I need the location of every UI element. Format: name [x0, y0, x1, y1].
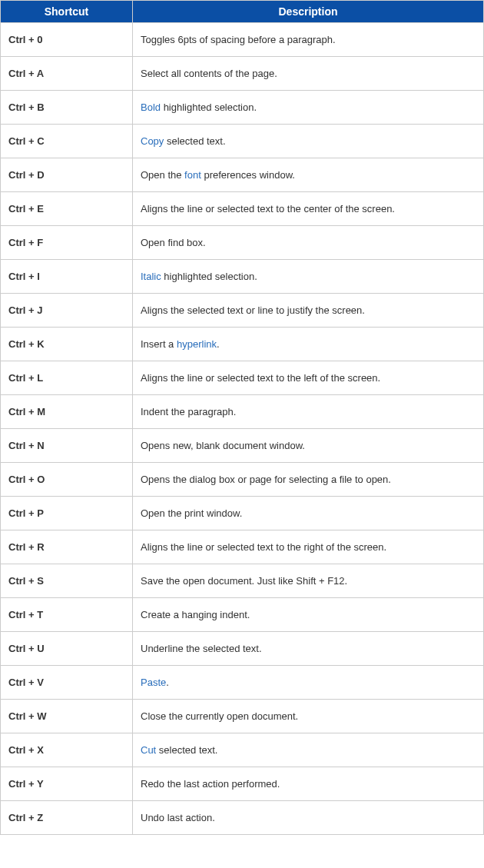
description-cell: Aligns the line or selected text to the … [133, 530, 484, 564]
table-row: Ctrl + OOpens the dialog box or page for… [1, 463, 484, 497]
description-cell: Aligns the line or selected text to the … [133, 361, 484, 395]
table-row: Ctrl + ZUndo last action. [1, 801, 484, 835]
description-cell: Insert a hyperlink. [133, 328, 484, 361]
shortcut-cell: Ctrl + 0 [1, 23, 133, 57]
header-description: Description [133, 1, 484, 23]
shortcuts-table: Shortcut Description Ctrl + 0Toggles 6pt… [0, 0, 484, 835]
table-row: Ctrl + IItalic highlighted selection. [1, 260, 484, 294]
shortcut-cell: Ctrl + I [1, 260, 133, 294]
description-text: Open the print window. [141, 507, 242, 519]
table-row: Ctrl + XCut selected text. [1, 733, 484, 767]
table-row: Ctrl + KInsert a hyperlink. [1, 328, 484, 361]
table-row: Ctrl + BBold highlighted selection. [1, 91, 484, 125]
table-row: Ctrl + ASelect all contents of the page. [1, 57, 484, 91]
description-cell: Paste. [133, 666, 484, 700]
description-link[interactable]: font [184, 169, 201, 181]
shortcut-cell: Ctrl + A [1, 57, 133, 91]
description-text: preferences window. [201, 169, 295, 181]
description-cell: Create a hanging indent. [133, 598, 484, 632]
description-cell: Redo the last action performed. [133, 767, 484, 801]
table-row: Ctrl + DOpen the font preferences window… [1, 158, 484, 192]
table-row: Ctrl + MIndent the paragraph. [1, 395, 484, 429]
shortcut-cell: Ctrl + D [1, 158, 133, 192]
table-row: Ctrl + UUnderline the selected text. [1, 632, 484, 666]
table-row: Ctrl + RAligns the line or selected text… [1, 530, 484, 564]
shortcut-cell: Ctrl + E [1, 192, 133, 226]
description-text: . [166, 677, 169, 688]
description-link[interactable]: Cut [141, 744, 156, 756]
table-row: Ctrl + JAligns the selected text or line… [1, 294, 484, 328]
description-link[interactable]: Paste [141, 677, 166, 688]
description-text: . [217, 338, 220, 350]
shortcut-cell: Ctrl + F [1, 226, 133, 260]
description-cell: Toggles 6pts of spacing before a paragra… [133, 23, 484, 57]
description-cell: Open find box. [133, 226, 484, 260]
shortcut-cell: Ctrl + B [1, 91, 133, 125]
description-text: selected text. [164, 135, 225, 147]
description-text: Opens the dialog box or page for selecti… [141, 474, 391, 485]
description-cell: Aligns the line or selected text to the … [133, 192, 484, 226]
table-row: Ctrl + LAligns the line or selected text… [1, 361, 484, 395]
shortcut-cell: Ctrl + R [1, 530, 133, 564]
table-row: Ctrl + TCreate a hanging indent. [1, 598, 484, 632]
description-cell: Cut selected text. [133, 733, 484, 767]
table-row: Ctrl + CCopy selected text. [1, 125, 484, 158]
description-cell: Save the open document. Just like Shift … [133, 564, 484, 598]
description-text: highlighted selection. [161, 101, 257, 113]
description-text: Create a hanging indent. [141, 609, 250, 620]
shortcut-cell: Ctrl + P [1, 497, 133, 530]
description-text: selected text. [156, 744, 217, 756]
table-row: Ctrl + SSave the open document. Just lik… [1, 564, 484, 598]
description-cell: Select all contents of the page. [133, 57, 484, 91]
description-cell: Indent the paragraph. [133, 395, 484, 429]
description-link[interactable]: Copy [141, 135, 164, 147]
description-link[interactable]: Italic [141, 271, 161, 282]
description-text: Underline the selected text. [141, 643, 262, 654]
description-cell: Italic highlighted selection. [133, 260, 484, 294]
shortcut-cell: Ctrl + T [1, 598, 133, 632]
description-cell: Close the currently open document. [133, 700, 484, 733]
table-row: Ctrl + YRedo the last action performed. [1, 767, 484, 801]
header-shortcut: Shortcut [1, 1, 133, 23]
description-text: Aligns the line or selected text to the … [141, 372, 380, 384]
shortcut-cell: Ctrl + L [1, 361, 133, 395]
table-row: Ctrl + NOpens new, blank document window… [1, 429, 484, 463]
shortcut-cell: Ctrl + U [1, 632, 133, 666]
shortcut-cell: Ctrl + X [1, 733, 133, 767]
description-cell: Open the font preferences window. [133, 158, 484, 192]
shortcut-cell: Ctrl + Z [1, 801, 133, 835]
description-link[interactable]: hyperlink [177, 338, 217, 350]
table-row: Ctrl + FOpen find box. [1, 226, 484, 260]
table-row: Ctrl + VPaste. [1, 666, 484, 700]
description-cell: Undo last action. [133, 801, 484, 835]
description-text: Open the [141, 169, 184, 181]
description-text: Save the open document. Just like Shift … [141, 575, 347, 587]
description-cell: Open the print window. [133, 497, 484, 530]
shortcut-cell: Ctrl + S [1, 564, 133, 598]
shortcut-cell: Ctrl + J [1, 294, 133, 328]
shortcut-cell: Ctrl + W [1, 700, 133, 733]
description-text: Indent the paragraph. [141, 406, 236, 417]
description-cell: Underline the selected text. [133, 632, 484, 666]
shortcut-cell: Ctrl + Y [1, 767, 133, 801]
description-cell: Bold highlighted selection. [133, 91, 484, 125]
table-row: Ctrl + WClose the currently open documen… [1, 700, 484, 733]
description-cell: Copy selected text. [133, 125, 484, 158]
shortcut-cell: Ctrl + N [1, 429, 133, 463]
shortcut-cell: Ctrl + V [1, 666, 133, 700]
description-cell: Opens the dialog box or page for selecti… [133, 463, 484, 497]
description-text: Opens new, blank document window. [141, 440, 305, 451]
description-cell: Opens new, blank document window. [133, 429, 484, 463]
shortcut-cell: Ctrl + C [1, 125, 133, 158]
description-text: Aligns the line or selected text to the … [141, 541, 386, 553]
table-row: Ctrl + EAligns the line or selected text… [1, 192, 484, 226]
description-text: Aligns the line or selected text to the … [141, 203, 395, 215]
description-text: Undo last action. [141, 812, 215, 823]
description-text: Redo the last action performed. [141, 778, 280, 790]
table-row: Ctrl + POpen the print window. [1, 497, 484, 530]
description-text: Close the currently open document. [141, 710, 298, 722]
table-row: Ctrl + 0Toggles 6pts of spacing before a… [1, 23, 484, 57]
description-cell: Aligns the selected text or line to just… [133, 294, 484, 328]
description-link[interactable]: Bold [141, 101, 161, 113]
shortcut-cell: Ctrl + M [1, 395, 133, 429]
